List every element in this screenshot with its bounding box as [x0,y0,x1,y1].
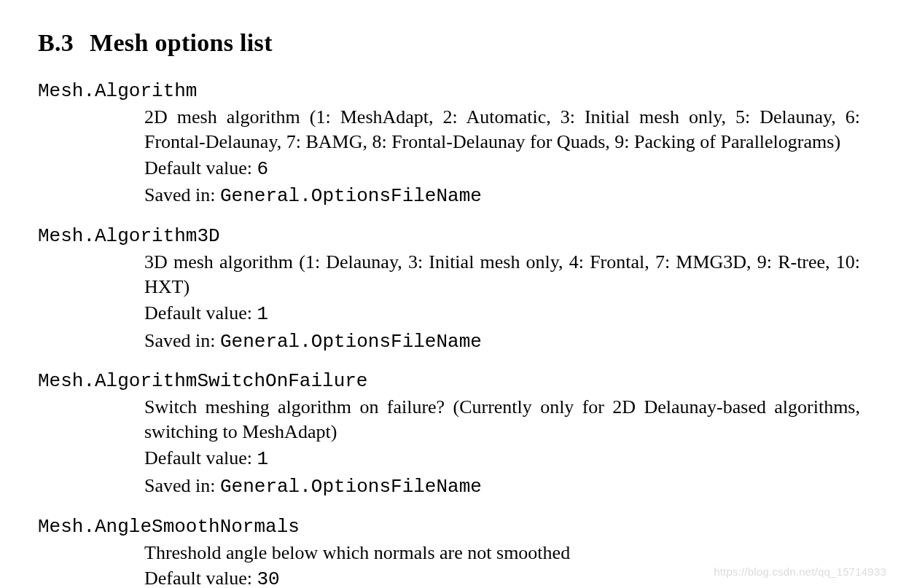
default-value-label: Default value: [144,568,252,588]
saved-in-value: General.OptionsFileName [220,476,482,498]
option-body: Threshold angle below which normals are … [144,541,860,588]
saved-in-label: Saved in: [144,475,216,496]
option-description: 2D mesh algorithm (1: MeshAdapt, 2: Auto… [144,105,860,154]
option-body: 2D mesh algorithm (1: MeshAdapt, 2: Auto… [144,105,860,209]
default-value: 1 [257,448,269,470]
section-title: Mesh options list [90,29,273,56]
saved-in-row: Saved in: General.OptionsFileName [144,474,860,500]
option-description: Threshold angle below which normals are … [144,541,860,565]
options-list: Mesh.Algorithm2D mesh algorithm (1: Mesh… [38,80,860,588]
default-value-row: Default value: 6 [144,156,860,182]
default-value-label: Default value: [144,302,252,324]
saved-in-label: Saved in: [144,184,216,205]
option-body: Switch meshing algorithm on failure? (Cu… [144,395,860,499]
default-value: 30 [257,568,280,588]
default-value-label: Default value: [144,157,252,179]
option-name: Mesh.AngleSmoothNormals [38,516,860,538]
default-value: 1 [257,303,269,325]
option-description: Switch meshing algorithm on failure? (Cu… [144,395,860,444]
saved-in-value: General.OptionsFileName [220,331,482,353]
option-description: 3D mesh algorithm (1: Delaunay, 3: Initi… [144,250,860,299]
watermark-text: https://blog.csdn.net/qq_15714933 [714,565,886,578]
option-name: Mesh.Algorithm [38,80,860,102]
option-entry: Mesh.Algorithm3D3D mesh algorithm (1: De… [38,225,860,354]
default-value-label: Default value: [144,447,252,469]
option-name: Mesh.Algorithm3D [38,225,860,247]
option-name: Mesh.AlgorithmSwitchOnFailure [38,370,860,392]
default-value: 6 [257,158,269,180]
default-value-row: Default value: 1 [144,446,860,472]
option-entry: Mesh.AlgorithmSwitchOnFailureSwitch mesh… [38,370,860,499]
section-number: B.3 [38,29,74,56]
option-entry: Mesh.Algorithm2D mesh algorithm (1: Mesh… [38,80,860,209]
saved-in-row: Saved in: General.OptionsFileName [144,329,860,355]
saved-in-label: Saved in: [144,330,216,351]
option-body: 3D mesh algorithm (1: Delaunay, 3: Initi… [144,250,860,354]
saved-in-value: General.OptionsFileName [220,185,482,207]
section-heading: B.3Mesh options list [38,29,860,57]
saved-in-row: Saved in: General.OptionsFileName [144,183,860,209]
default-value-row: Default value: 1 [144,301,860,327]
